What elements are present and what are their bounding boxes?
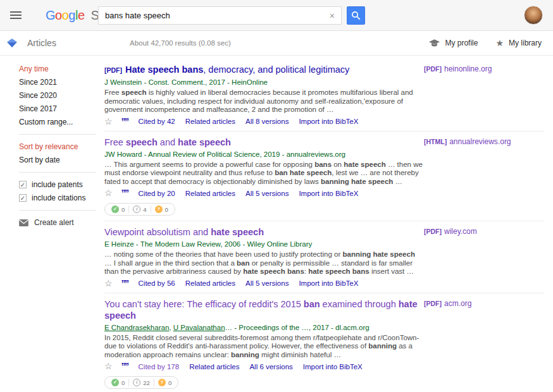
star-icon: ★ bbox=[495, 39, 504, 47]
results-list: [PDF]Hate speech bans, democracy, and po… bbox=[104, 56, 553, 392]
citation-badge[interactable]: ✓0/4?0 bbox=[104, 203, 175, 216]
cited-by-link[interactable]: Cited by 56 bbox=[139, 279, 175, 287]
filter-since-2020[interactable]: Since 2020 bbox=[19, 91, 104, 100]
side-link-site: acm.org bbox=[444, 299, 471, 308]
cite-quote-icon[interactable]: ”” bbox=[121, 280, 128, 287]
result-snippet: … This argument seems to provide a power… bbox=[104, 161, 424, 187]
side-document-link[interactable]: [PDF]heinonline.org bbox=[424, 64, 492, 73]
search-icon bbox=[351, 11, 361, 20]
title-segment: , democracy, and political legitimacy bbox=[203, 64, 349, 75]
search-input[interactable] bbox=[105, 11, 325, 20]
versions-link[interactable]: All 6 versions bbox=[249, 363, 292, 371]
byline-text: JW Howard - Annual Review of Political S… bbox=[104, 150, 345, 158]
snippet-segment: ban hate speech bbox=[275, 169, 332, 176]
cited-by-link[interactable]: Cited by 42 bbox=[139, 118, 175, 125]
import-bibtex-link[interactable]: Import into BibTeX bbox=[299, 279, 358, 287]
snippet-segment: banning bbox=[368, 342, 397, 350]
result-byline: JW Howard - Annual Review of Political S… bbox=[104, 150, 424, 159]
result-title: [PDF]Hate speech bans, democracy, and po… bbox=[104, 64, 424, 76]
save-star-icon[interactable]: ☆ bbox=[104, 362, 113, 371]
my-profile-link[interactable]: My profile bbox=[429, 39, 478, 47]
byline-text: J Weinstein - Const. Comment., 2017 - He… bbox=[104, 78, 268, 86]
filter-since-2017[interactable]: Since 2017 bbox=[19, 104, 104, 113]
badge-count: 4 bbox=[143, 206, 146, 213]
toggle-include-patents[interactable]: ✓include patents bbox=[19, 180, 104, 189]
save-star-icon[interactable]: ☆ bbox=[104, 118, 113, 126]
avatar[interactable] bbox=[524, 6, 543, 25]
versions-link[interactable]: All 5 versions bbox=[245, 279, 289, 287]
toggle-label: include patents bbox=[32, 180, 83, 189]
save-star-icon[interactable]: ☆ bbox=[104, 279, 113, 288]
snippet-segment: Free bbox=[104, 89, 121, 96]
snippet-segment: … noting some of the theories that have … bbox=[104, 250, 343, 258]
cite-quote-icon[interactable]: ”” bbox=[121, 363, 128, 370]
badge-count: 0 bbox=[165, 206, 168, 213]
result-byline: J Weinstein - Const. Comment., 2017 - He… bbox=[104, 78, 424, 87]
versions-link[interactable]: All 8 versions bbox=[245, 118, 289, 125]
toggle-include-citations[interactable]: ✓include citations bbox=[19, 193, 104, 202]
search-button[interactable] bbox=[347, 6, 365, 25]
import-bibtex-link[interactable]: Import into BibTeX bbox=[303, 363, 363, 371]
snippet-segment: speech bbox=[121, 89, 147, 96]
filter-since-2021[interactable]: Since 2021 bbox=[19, 78, 104, 87]
title-segment: ban bbox=[304, 299, 320, 309]
author-link[interactable]: U Pavalanathan bbox=[173, 324, 225, 331]
related-articles-link[interactable]: Related articles bbox=[185, 190, 235, 197]
side-document-link[interactable]: [PDF]wiley.com bbox=[424, 227, 477, 236]
sort-sort-by-date[interactable]: Sort by date bbox=[19, 156, 104, 164]
my-library-label: My library bbox=[509, 39, 542, 47]
filter-any-time[interactable]: Any time bbox=[19, 64, 104, 73]
import-bibtex-link[interactable]: Import into BibTeX bbox=[299, 118, 358, 125]
result-snippet: … noting some of the theories that have … bbox=[104, 250, 424, 276]
toggle-label: include citations bbox=[32, 193, 85, 202]
logo-letter: g bbox=[68, 8, 75, 22]
cited-by-link[interactable]: Cited by 20 bbox=[139, 190, 175, 197]
title-segment: examined through bbox=[320, 299, 399, 309]
supporting-icon: ✓ bbox=[111, 205, 119, 213]
logo-letter: G bbox=[46, 8, 55, 22]
clear-search-icon[interactable]: × bbox=[325, 11, 335, 21]
cited-by-link[interactable]: Cited by 178 bbox=[139, 363, 180, 371]
side-document-link[interactable]: [HTML]annualreviews.org bbox=[424, 137, 511, 146]
title-segment: You can't stay here: The efficacy of red… bbox=[104, 299, 304, 309]
scholar-diamond-icon[interactable] bbox=[6, 38, 18, 48]
toggle-group: ✓include patents✓include citations bbox=[19, 180, 104, 202]
result-content: Free speech and hate speechJW Howard - A… bbox=[104, 137, 424, 216]
citation-badge[interactable]: ✓0/22?0 bbox=[104, 376, 178, 389]
search-result: Free speech and hate speechJW Howard - A… bbox=[104, 132, 544, 222]
import-bibtex-link[interactable]: Import into BibTeX bbox=[299, 190, 358, 197]
cite-quote-icon[interactable]: ”” bbox=[121, 190, 128, 197]
side-document-link[interactable]: [PDF]acm.org bbox=[424, 299, 471, 308]
save-star-icon[interactable]: ☆ bbox=[104, 189, 113, 197]
author-link[interactable]: E Chandrasekharan bbox=[104, 324, 169, 331]
title-segment: speech bbox=[126, 137, 158, 147]
main-content: Any timeSince 2021Since 2020Since 2017Cu… bbox=[0, 56, 553, 392]
title-segment: Free bbox=[104, 137, 126, 147]
filter-custom-range[interactable]: Custom range... bbox=[19, 118, 104, 126]
result-title-link[interactable]: Viewpoint absolutism and hate speech bbox=[104, 227, 264, 237]
sidebar-divider bbox=[19, 210, 96, 211]
result-title-link[interactable]: Free speech and hate speech bbox=[104, 137, 231, 147]
title-segment: and bbox=[158, 137, 178, 147]
snippet-segment: is highly valued in liberal democracies … bbox=[104, 89, 413, 113]
my-library-link[interactable]: ★ My library bbox=[495, 39, 542, 47]
results-stats: About 42,700 results (0.08 sec) bbox=[130, 39, 231, 47]
byline-text: … - Proceedings of the …, 2017 - dl.acm.… bbox=[225, 324, 370, 331]
sort-sort-by-relevance[interactable]: Sort by relevance bbox=[19, 142, 104, 151]
badge-count: 0 bbox=[168, 379, 171, 386]
related-articles-link[interactable]: Related articles bbox=[185, 279, 235, 287]
section-label: Articles bbox=[27, 38, 56, 48]
related-articles-link[interactable]: Related articles bbox=[189, 363, 239, 371]
snippet-segment: on bbox=[332, 161, 344, 168]
result-content: You can't stay here: The efficacy of red… bbox=[104, 298, 424, 389]
result-title-link[interactable]: You can't stay here: The efficacy of red… bbox=[104, 299, 418, 321]
related-articles-link[interactable]: Related articles bbox=[185, 118, 235, 125]
results-toolbar: Articles About 42,700 results (0.08 sec)… bbox=[0, 31, 553, 56]
create-alert-button[interactable]: Create alert bbox=[19, 218, 104, 227]
snippet-segment: bans bbox=[314, 161, 332, 168]
result-title-link[interactable]: Hate speech bans, democracy, and politic… bbox=[125, 64, 349, 75]
versions-link[interactable]: All 5 versions bbox=[245, 190, 289, 197]
snippet-segment: banning hate speech bbox=[321, 178, 393, 185]
menu-icon[interactable] bbox=[10, 11, 22, 21]
cite-quote-icon[interactable]: ”” bbox=[121, 118, 128, 125]
